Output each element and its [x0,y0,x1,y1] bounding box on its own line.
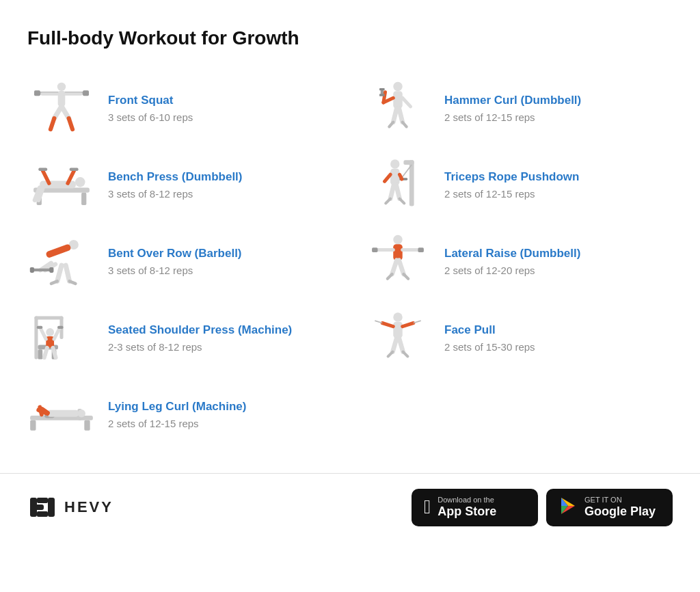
svg-rect-74 [390,169,399,185]
svg-rect-70 [403,160,414,165]
svg-rect-63 [379,94,385,96]
app-store-text: Download on the App Store [438,496,496,520]
svg-rect-27 [30,267,34,273]
svg-line-64 [403,98,411,107]
svg-point-14 [75,177,85,187]
exercise-info: Lying Leg Curl (Machine) 2 sets of 12-15… [108,399,336,429]
exercise-sets: 3 sets of 8-12 reps [108,188,336,200]
svg-line-66 [399,108,403,122]
google-play-badge[interactable]: GET IT ON Google Play [546,489,673,526]
svg-line-79 [386,199,390,204]
exercise-sets: 2 sets of 15-30 reps [444,341,673,353]
svg-rect-58 [393,91,402,108]
svg-rect-13 [81,193,86,205]
svg-line-88 [399,260,404,274]
svg-rect-1 [34,90,40,96]
svg-rect-18 [38,167,47,171]
svg-line-75 [385,174,390,181]
footer: HEVY  Download on the App Store [0,473,700,541]
svg-line-45 [44,348,47,358]
exercise-info: Front Squat 3 sets of 6-10 reps [108,93,336,123]
main-container: Full-body Workout for Growth [0,0,700,453]
apple-icon:  [424,498,431,517]
exercise-sets: 2-3 sets of 8-12 reps [108,341,336,353]
svg-rect-34 [34,316,63,319]
svg-rect-26 [31,269,53,271]
exercise-image-shoulder-press [27,310,96,365]
svg-line-68 [403,122,407,127]
svg-line-41 [40,327,46,339]
svg-rect-52 [47,410,79,417]
exercise-image-hammer-curl [364,81,432,135]
workout-grid: Front Squat 3 sets of 6-10 reps [27,70,673,453]
svg-point-81 [393,235,402,244]
exercise-info: Triceps Rope Pushdown 2 sets of 12-15 re… [444,170,673,200]
svg-point-91 [393,312,402,321]
svg-rect-103 [48,498,55,517]
svg-line-60 [383,92,386,103]
exercise-image-triceps-pushdown [364,157,432,212]
svg-line-8 [69,118,72,129]
exercise-info: Face Pull 2 sets of 15-30 reps [444,323,673,353]
app-store-main: App Store [438,504,496,520]
exercise-image-face-pull [364,310,432,365]
logo-text: HEVY [64,498,113,516]
exercise-name: Lateral Raise (Dumbbell) [444,246,673,261]
svg-rect-92 [393,322,402,338]
exercise-name: Hammer Curl (Dumbbell) [444,93,673,108]
svg-line-80 [400,199,405,204]
svg-rect-104 [37,498,48,503]
google-play-icon [558,496,578,519]
svg-rect-43 [37,326,42,329]
svg-rect-62 [379,88,385,90]
svg-rect-19 [70,167,79,171]
exercise-info: Bent Over Row (Barbell) 3 sets of 8-12 r… [108,246,336,276]
exercise-item: Lateral Raise (Dumbbell) 2 sets of 12-20… [364,223,673,299]
svg-point-39 [46,328,54,336]
exercise-image-bent-over-row [27,234,96,288]
svg-line-99 [388,352,393,357]
exercise-sets: 2 sets of 12-20 reps [444,265,673,276]
hevy-logo-icon [27,495,57,520]
svg-line-42 [54,327,59,339]
svg-line-87 [392,260,397,274]
exercise-name: Bent Over Row (Barbell) [108,246,336,261]
exercise-info: Bench Press (Dumbbell) 3 sets of 8-12 re… [108,170,336,200]
svg-line-98 [399,338,403,351]
exercise-item: Bench Press (Dumbbell) 3 sets of 8-12 re… [27,146,336,223]
exercise-sets: 2 sets of 12-15 reps [444,188,673,200]
svg-rect-86 [418,247,423,252]
svg-rect-82 [393,244,402,260]
svg-rect-49 [84,420,90,431]
svg-rect-23 [45,243,71,258]
svg-line-30 [66,265,69,281]
exercise-name: Front Squat [108,93,336,108]
exercise-item: Face Pull 2 sets of 15-30 reps [364,299,673,376]
svg-line-29 [57,265,62,281]
exercise-sets: 2 sets of 12-15 reps [444,111,673,123]
exercise-image-bench-press [27,157,96,212]
svg-line-46 [53,348,55,358]
google-play-main: Google Play [584,504,656,520]
exercise-item: Hammer Curl (Dumbbell) 2 sets of 12-15 r… [364,70,673,146]
svg-point-3 [57,83,66,91]
svg-line-65 [393,108,396,122]
exercise-image-leg-curl [27,387,96,442]
exercise-item: Triceps Rope Pushdown 2 sets of 12-15 re… [364,146,673,223]
exercise-item: Front Squat 3 sets of 6-10 reps [27,70,336,146]
svg-point-73 [390,159,399,168]
page-title: Full-body Workout for Growth [27,27,673,49]
app-store-badge[interactable]:  Download on the App Store [412,489,538,526]
svg-line-7 [51,118,54,129]
exercise-name: Bench Press (Dumbbell) [108,170,336,185]
svg-rect-102 [30,504,44,510]
svg-rect-28 [49,267,53,273]
svg-rect-48 [30,420,36,431]
svg-rect-33 [34,316,38,359]
svg-rect-2 [83,90,89,96]
exercise-name: Face Pull [444,323,673,338]
exercise-image-lateral-raise [364,234,432,288]
exercise-item: Lying Leg Curl (Machine) 2 sets of 12-15… [27,376,336,453]
svg-line-94 [403,323,414,327]
svg-rect-85 [372,247,377,252]
